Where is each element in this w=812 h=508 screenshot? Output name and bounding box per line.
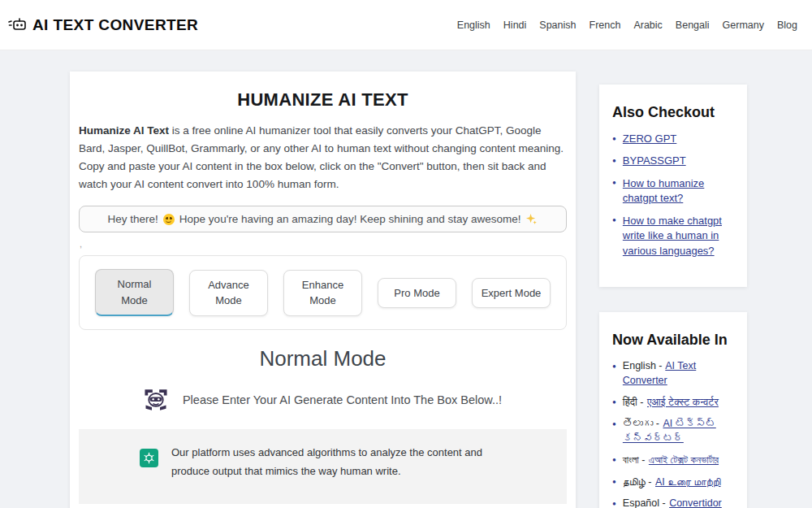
- checkout-links-list: ● ZERO GPT ● BYPASSGPT ● How to humanize…: [612, 132, 736, 258]
- nav-link-blog[interactable]: Blog: [777, 20, 797, 31]
- chatgpt-icon: [140, 449, 158, 467]
- greeting-part1: Hey there!: [108, 213, 158, 225]
- language-link-tamil[interactable]: AI உரை மாற்றி: [655, 476, 721, 488]
- greeting-banner: Hey there! Hope you're having an amazing…: [79, 206, 567, 232]
- also-checkout-card: Also Checkout ● ZERO GPT ● BYPASSGPT ● H…: [599, 85, 747, 287]
- now-available-card: Now Available In ● English - AI Text Con…: [599, 312, 747, 508]
- list-item: ● தமிழ் - AI உரை மாற்றி: [612, 475, 736, 490]
- bullet-icon: ●: [612, 399, 616, 410]
- available-languages-list: ● English - AI Text Converter ● हिंदी - …: [612, 359, 736, 508]
- mode-button-expert[interactable]: Expert Mode: [472, 278, 551, 309]
- link-how-to-humanize[interactable]: How to humanize chatgpt text?: [623, 176, 736, 206]
- link-bypassgpt[interactable]: BYPASSGPT: [623, 154, 686, 168]
- language-link-bengali[interactable]: এআই টেক্সট কনভার্টার: [649, 454, 719, 466]
- also-checkout-title: Also Checkout: [612, 104, 736, 121]
- mode-selector: Normal Mode Advance Mode Enhance Mode Pr…: [79, 255, 567, 330]
- list-item: ● हिंदी - एआई टेक्स्ट कन्वर्टर: [612, 396, 736, 410]
- language-label: বাংলা -: [623, 454, 646, 466]
- list-item: ● తెలుగు - AI టెక్స్ట్ కన్వర్టర్: [612, 417, 736, 446]
- intro-paragraph: Humanize AI Text is a free online AI hum…: [79, 122, 567, 193]
- mode-button-pro[interactable]: Pro Mode: [378, 278, 456, 309]
- mode-heading: Normal Mode: [79, 346, 567, 371]
- list-item: ● How to humanize chatgpt text?: [612, 176, 736, 206]
- mode-button-advance[interactable]: Advance Mode: [189, 270, 268, 316]
- nav-link-english[interactable]: English: [457, 20, 490, 31]
- mode-button-enhance[interactable]: Enhance Mode: [283, 270, 362, 316]
- page-title: HUMANIZE AI TEXT: [79, 89, 567, 111]
- language-link-hindi[interactable]: एआई टेक्स्ट कन्वर्टर: [647, 397, 719, 408]
- stray-mark: ,: [80, 239, 567, 254]
- sparkles-emoji: [525, 213, 538, 225]
- bullet-icon: ●: [612, 158, 616, 169]
- logo-text: AI TEXT CONVERTER: [32, 16, 198, 34]
- nav-link-arabic[interactable]: Arabic: [633, 20, 662, 31]
- greeting-part2: Hope you're having an amazing day! Keep …: [179, 213, 521, 225]
- intro-lead: Humanize AI Text: [79, 124, 169, 137]
- bullet-icon: ●: [612, 479, 616, 489]
- mode-button-normal[interactable]: Normal Mode: [95, 269, 174, 316]
- language-label: తెలుగు -: [623, 418, 659, 429]
- link-how-to-make-chatgpt-write[interactable]: How to make chatgpt write like a human i…: [623, 214, 736, 258]
- list-item: ● BYPASSGPT: [612, 154, 736, 168]
- list-item: ● ZERO GPT: [612, 132, 736, 146]
- robot-logo-icon: [8, 16, 28, 34]
- language-label: தமிழ் -: [623, 476, 652, 488]
- nav-link-french[interactable]: French: [590, 20, 621, 31]
- bullet-icon: ●: [612, 217, 616, 258]
- main-card: HUMANIZE AI TEXT Humanize AI Text is a f…: [70, 72, 576, 508]
- list-item: ● বাংলা - এআই টেক্সট কনভার্টার: [612, 454, 736, 468]
- nav-link-bengali[interactable]: Bengali: [676, 20, 710, 31]
- language-label: Español -: [623, 497, 666, 508]
- bullet-icon: ●: [612, 501, 616, 508]
- info-text: Our platform uses advanced algorithms to…: [171, 444, 506, 481]
- bullet-icon: ●: [612, 136, 616, 147]
- list-item: ● English - AI Text Converter: [612, 359, 736, 389]
- nav-link-spanish[interactable]: Spanish: [539, 20, 576, 31]
- language-label: English -: [623, 360, 663, 371]
- prompt-row: Please Enter Your AI Generate Content In…: [79, 388, 567, 411]
- language-nav: English Hindi Spanish French Arabic Beng…: [457, 20, 797, 31]
- list-item: ● Español - Convertidor de texto AI: [612, 497, 736, 508]
- language-label: हिंदी -: [623, 397, 644, 408]
- now-available-title: Now Available In: [612, 332, 736, 349]
- smiling-face-emoji: [163, 214, 175, 225]
- link-zero-gpt[interactable]: ZERO GPT: [623, 132, 676, 146]
- nav-link-germany[interactable]: Germany: [723, 20, 764, 31]
- top-header: AI TEXT CONVERTER English Hindi Spanish …: [0, 0, 812, 50]
- site-logo[interactable]: AI TEXT CONVERTER: [8, 16, 198, 34]
- sidebar: Also Checkout ● ZERO GPT ● BYPASSGPT ● H…: [599, 85, 747, 508]
- nav-link-hindi[interactable]: Hindi: [503, 20, 527, 31]
- bullet-icon: ●: [612, 457, 616, 467]
- bullet-icon: ●: [612, 180, 616, 206]
- list-item: ● How to make chatgpt write like a human…: [612, 214, 736, 258]
- robot-face-icon: [144, 388, 168, 411]
- info-box: Our platform uses advanced algorithms to…: [79, 429, 567, 504]
- bullet-icon: ●: [612, 363, 616, 389]
- bullet-icon: ●: [612, 421, 616, 446]
- page-content: HUMANIZE AI TEXT Humanize AI Text is a f…: [0, 50, 812, 508]
- prompt-text: Please Enter Your AI Generate Content In…: [183, 393, 502, 406]
